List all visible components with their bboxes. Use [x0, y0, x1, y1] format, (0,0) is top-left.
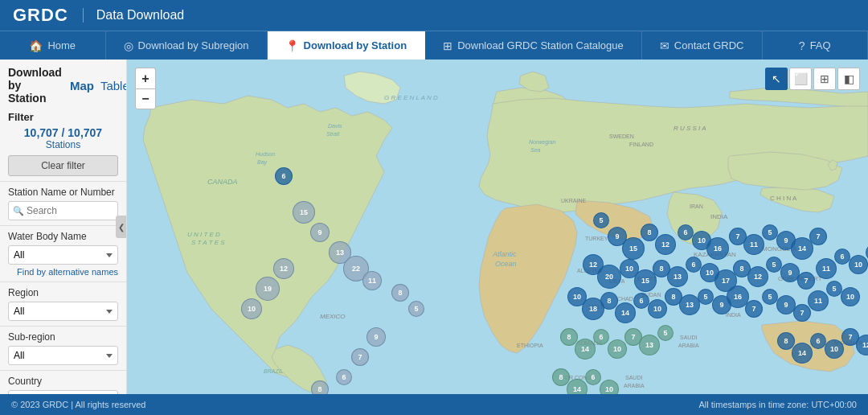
sidebar-title: Download by Station [8, 66, 62, 105]
svg-text:ARABIA: ARABIA [624, 383, 645, 388]
nav-station[interactable]: 📍 Download by Station [268, 31, 426, 60]
alt-names-link[interactable]: Find by alternative names [8, 267, 118, 277]
svg-text:MONGOLIA: MONGOLIA [762, 245, 797, 253]
svg-text:ALGERIA: ALGERIA [577, 268, 602, 273]
app-title: Data Download [83, 8, 184, 23]
station-icon: 📍 [285, 39, 299, 52]
svg-text:LIBYA: LIBYA [609, 278, 625, 284]
sidebar-collapse-button[interactable]: ❮ [116, 216, 127, 238]
map-zoom-controls: + − [135, 68, 156, 109]
nav-catalogue[interactable]: ⊞ Download GRDC Station Catalogue [425, 31, 642, 60]
svg-text:Strait: Strait [326, 131, 340, 137]
nav-subregion[interactable]: ◎ Download by Subregion [106, 31, 268, 60]
svg-text:ARABIA: ARABIA [678, 343, 699, 348]
svg-text:KAZAKHSTAN: KAZAKHSTAN [694, 251, 736, 258]
nav-faq-label: FAQ [810, 39, 831, 51]
world-map: CANADA U N I T E D S T A T E S BRAZIL SW… [127, 60, 868, 394]
svg-text:SOMALIA: SOMALIA [577, 340, 602, 346]
svg-text:EGYPT: EGYPT [637, 276, 657, 281]
home-icon: 🏠 [29, 39, 43, 52]
svg-text:Norwegian: Norwegian [529, 139, 556, 146]
station-count: 10,707 / 10,707 Stations [8, 126, 118, 150]
svg-text:TURKEY: TURKEY [585, 236, 608, 241]
station-name-filter: Station Name or Number 🔍 [0, 182, 126, 226]
svg-text:CANADA: CANADA [207, 178, 238, 186]
table-view-button[interactable]: Table [99, 77, 127, 94]
svg-text:INDIA: INDIA [710, 213, 728, 220]
country-select[interactable]: All [8, 390, 118, 394]
grid-view-button[interactable]: ⊞ [813, 68, 836, 90]
nav-catalogue-label: Download GRDC Station Catalogue [457, 39, 624, 51]
catalogue-icon: ⊞ [443, 39, 452, 52]
map-view-button[interactable]: Map [68, 77, 96, 94]
footer-timezone: All timestamps in time zone: UTC+00:00 [698, 400, 857, 409]
view-toggle: Map Table [68, 77, 127, 94]
select-tool-button[interactable]: ↖ [765, 68, 788, 90]
clear-filter-button[interactable]: Clear filter [8, 155, 118, 176]
water-body-label: Water Body Name [8, 231, 118, 242]
station-label: Stations [8, 139, 118, 150]
svg-text:MALI: MALI [589, 304, 602, 310]
sidebar-header: Download by Station Map Table [0, 60, 126, 108]
svg-text:ETHIOPIA: ETHIOPIA [517, 343, 543, 348]
filter-section: Filter 10,707 / 10,707 Stations Clear fi… [0, 108, 126, 182]
sidebar: Download by Station Map Table Filter 10,… [0, 60, 127, 394]
svg-text:Atlantic: Atlantic [492, 250, 517, 258]
subregion-select[interactable]: All [8, 346, 118, 365]
svg-text:SUDAN: SUDAN [641, 292, 661, 298]
svg-text:Sea: Sea [530, 147, 541, 153]
search-icon: 🔍 [13, 206, 24, 216]
country-label: Country [8, 376, 118, 387]
svg-text:G R E E N L A N D: G R E E N L A N D [384, 94, 438, 101]
nav-faq[interactable]: ? FAQ [763, 31, 869, 60]
country-filter: Country All [0, 371, 126, 394]
station-name-label: Station Name or Number [8, 187, 118, 198]
svg-text:U N I T E D: U N I T E D [187, 231, 220, 238]
svg-text:C H I N A: C H I N A [770, 195, 797, 202]
water-body-filter: Water Body Name All Find by alternative … [0, 226, 126, 282]
svg-text:Davis: Davis [328, 123, 342, 129]
nav-station-label: Download by Station [304, 39, 407, 51]
filter-label: Filter [8, 111, 118, 123]
search-input[interactable] [8, 201, 118, 220]
region-label: Region [8, 287, 118, 298]
svg-text:BRAZIL: BRAZIL [264, 368, 284, 374]
grdc-logo: GRDC [13, 5, 68, 26]
search-wrap: 🔍 [8, 201, 118, 220]
nav-contact[interactable]: ✉ Contact GRDC [642, 31, 763, 60]
svg-text:GOBI DESERT: GOBI DESERT [778, 275, 822, 282]
contact-icon: ✉ [660, 39, 669, 52]
water-body-select[interactable]: All [8, 245, 118, 265]
main-content: Download by Station Map Table Filter 10,… [0, 60, 868, 394]
svg-text:FINLAND: FINLAND [629, 142, 653, 147]
map-area[interactable]: + − ↖ ⬜ ⊞ ◧ [127, 60, 868, 394]
footer-copyright: © 2023 GRDC | All rights reserved [11, 400, 145, 409]
svg-text:MEXICO: MEXICO [320, 313, 346, 320]
region-select[interactable]: All [8, 302, 118, 321]
subregion-label: Sub-region [8, 331, 118, 343]
zoom-out-button[interactable]: − [135, 88, 156, 109]
nav-home-label: Home [47, 39, 76, 51]
svg-text:Bay: Bay [257, 159, 268, 166]
svg-text:CHAD: CHAD [617, 296, 633, 302]
app-footer: © 2023 GRDC | All rights reserved All ti… [0, 394, 868, 415]
station-count-total: 10,707 [68, 126, 102, 139]
svg-text:SAUDI: SAUDI [625, 375, 642, 380]
svg-text:MYANMAR: MYANMAR [834, 340, 862, 346]
svg-text:UKRAINE: UKRAINE [561, 198, 586, 203]
layer-button[interactable]: ◧ [837, 68, 860, 90]
nav-home[interactable]: 🏠 Home [0, 31, 106, 60]
svg-text:Hudson: Hudson [256, 151, 275, 157]
station-count-top: 10,707 [24, 126, 59, 139]
subregion-filter: Sub-region All [0, 327, 126, 371]
svg-text:SAUDI: SAUDI [680, 335, 697, 340]
box-select-button[interactable]: ⬜ [789, 68, 812, 90]
svg-text:R U S S I A: R U S S I A [674, 125, 706, 132]
svg-text:SWEDEN: SWEDEN [609, 134, 634, 139]
zoom-in-button[interactable]: + [135, 68, 156, 88]
nav-contact-label: Contact GRDC [674, 39, 744, 51]
svg-text:DR CONGO: DR CONGO [565, 375, 596, 380]
svg-text:IRAN: IRAN [690, 203, 703, 209]
svg-text:INDIA: INDIA [726, 312, 741, 318]
subregion-icon: ◎ [124, 39, 133, 52]
